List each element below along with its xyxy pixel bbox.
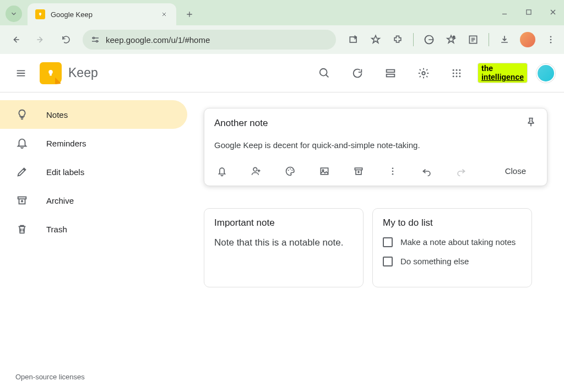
collaborator-icon[interactable] <box>248 164 264 179</box>
hamburger-menu-icon[interactable] <box>9 61 33 85</box>
refresh-icon[interactable] <box>345 61 370 85</box>
google-icon[interactable] <box>422 33 436 46</box>
more-icon[interactable] <box>385 164 400 179</box>
svg-rect-27 <box>18 197 26 199</box>
todo-text: Do something else <box>400 255 469 267</box>
extensions-icon[interactable] <box>391 33 404 46</box>
list-view-icon[interactable] <box>378 61 403 85</box>
site-settings-icon <box>90 35 100 45</box>
keep-logo[interactable] <box>40 62 62 84</box>
close-button[interactable]: Close <box>494 162 537 180</box>
note-card[interactable]: My to do list Make a note about taking n… <box>372 208 532 287</box>
separator <box>489 33 489 46</box>
bookmark-star-icon[interactable] <box>369 33 382 46</box>
forward-button[interactable] <box>32 31 50 48</box>
svg-rect-1 <box>40 15 41 16</box>
svg-rect-15 <box>387 69 395 72</box>
bookmark-add-icon[interactable] <box>444 33 458 46</box>
minimize-icon[interactable] <box>499 7 510 18</box>
svg-rect-34 <box>355 168 362 170</box>
svg-point-14 <box>320 68 327 75</box>
image-icon[interactable] <box>317 164 332 179</box>
archive-icon <box>15 194 29 207</box>
svg-point-7 <box>453 36 455 39</box>
downloads-icon[interactable] <box>498 33 511 46</box>
new-tab-button[interactable] <box>181 6 198 23</box>
svg-point-37 <box>392 173 394 175</box>
svg-point-26 <box>459 75 460 77</box>
note-body: Note that this is a notable note. <box>214 236 353 249</box>
reload-button[interactable] <box>57 31 75 48</box>
trash-icon <box>15 222 29 236</box>
sidebar-item-label: Archive <box>46 196 74 205</box>
sidebar-item-edit-labels[interactable]: Edit labels <box>0 157 187 186</box>
svg-point-31 <box>291 170 292 171</box>
note-title: Important note <box>214 217 353 228</box>
note-editor[interactable]: Another note Google Keep is decent for q… <box>204 108 547 186</box>
tab-title: Google Keep <box>51 10 160 19</box>
app-name: Keep <box>68 66 98 80</box>
sidebar-item-trash[interactable]: Trash <box>0 215 187 243</box>
note-title: My to do list <box>383 217 522 228</box>
checkbox-icon[interactable] <box>383 237 393 247</box>
svg-point-11 <box>550 42 552 43</box>
undo-icon[interactable] <box>419 164 435 179</box>
svg-rect-32 <box>321 168 328 175</box>
bell-icon <box>15 137 29 150</box>
share-icon[interactable] <box>347 33 360 46</box>
todo-item[interactable]: Do something else <box>383 255 522 267</box>
tab-close-icon[interactable] <box>160 10 169 19</box>
svg-point-21 <box>453 72 454 74</box>
pin-icon[interactable] <box>525 116 537 130</box>
editor-title[interactable]: Another note <box>214 118 268 129</box>
svg-point-35 <box>392 167 394 169</box>
todo-item[interactable]: Make a note about taking notes <box>383 236 522 248</box>
note-card[interactable]: Important note Note that this is a notab… <box>204 208 364 287</box>
keep-favicon <box>35 9 45 19</box>
svg-rect-13 <box>50 73 52 75</box>
sidebar: Notes Reminders Edit labels Archive Tras… <box>0 92 187 392</box>
settings-gear-icon[interactable] <box>411 61 436 85</box>
maximize-icon[interactable] <box>523 7 534 18</box>
sidebar-item-archive[interactable]: Archive <box>0 186 187 215</box>
svg-point-19 <box>455 69 457 70</box>
archive-note-icon[interactable] <box>351 164 366 179</box>
close-window-icon[interactable] <box>547 7 558 18</box>
svg-rect-2 <box>527 10 531 14</box>
svg-point-3 <box>93 37 95 39</box>
palette-icon[interactable] <box>283 164 298 179</box>
licenses-link[interactable]: Open-source licenses <box>15 373 85 381</box>
apps-grid-icon[interactable] <box>444 61 469 85</box>
browser-menu-icon[interactable] <box>544 33 557 46</box>
sidebar-item-label: Notes <box>46 110 68 119</box>
svg-point-17 <box>422 72 425 75</box>
checkbox-icon[interactable] <box>383 257 393 266</box>
svg-point-18 <box>453 69 454 70</box>
search-icon[interactable] <box>312 61 337 85</box>
redo-icon[interactable] <box>453 164 469 179</box>
svg-point-0 <box>39 13 41 15</box>
sidebar-item-reminders[interactable]: Reminders <box>0 129 187 157</box>
svg-point-20 <box>459 69 460 70</box>
todo-text: Make a note about taking notes <box>400 236 516 248</box>
svg-point-29 <box>288 170 289 171</box>
editor-body[interactable]: Google Keep is decent for quick-and-simp… <box>214 140 537 150</box>
sidebar-item-label: Edit labels <box>46 167 84 177</box>
url-text: keep.google.com/u/1/#home <box>106 35 210 45</box>
account-avatar[interactable] <box>536 64 555 83</box>
browser-tab[interactable]: Google Keep <box>28 3 176 25</box>
remind-me-icon[interactable] <box>214 164 230 179</box>
separator <box>413 33 414 46</box>
reading-list-icon[interactable] <box>467 33 480 46</box>
browser-profile-avatar[interactable] <box>520 32 535 47</box>
tab-search-dropdown[interactable] <box>6 6 22 22</box>
lightbulb-icon <box>15 108 29 121</box>
workspace-brand[interactable]: the intelligence <box>478 63 528 83</box>
address-bar[interactable]: keep.google.com/u/1/#home <box>83 30 336 50</box>
svg-point-10 <box>550 39 552 41</box>
svg-rect-16 <box>387 74 395 77</box>
sidebar-item-notes[interactable]: Notes <box>0 100 187 129</box>
svg-point-30 <box>290 168 291 169</box>
svg-point-36 <box>392 170 394 172</box>
back-button[interactable] <box>7 31 24 48</box>
